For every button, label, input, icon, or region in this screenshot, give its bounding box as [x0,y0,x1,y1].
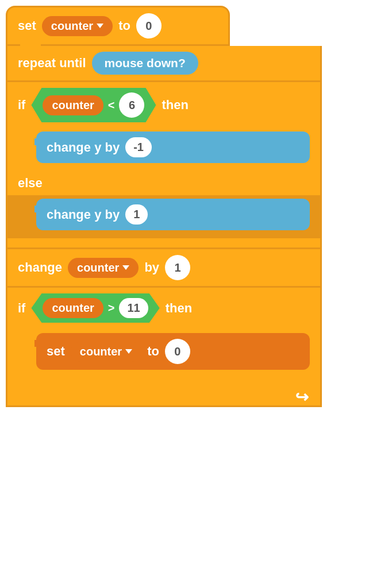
then2-label: then [166,301,192,316]
inner-if2-section: set counter to 0 [7,328,320,374]
value-11[interactable]: 11 [119,298,148,318]
set-inner-label: set [47,344,65,359]
dropdown-arrow-inner-icon[interactable] [125,349,132,354]
to-label: to [118,18,130,33]
variable-counter-cond1[interactable]: counter [43,95,103,115]
loop-arrow-icon: ↩ [295,388,309,407]
value-by-1[interactable]: 1 [165,255,190,280]
section-divider2 [7,379,320,388]
gap1 [7,167,320,171]
block-set-counter-inner[interactable]: set counter to 0 [36,333,310,370]
condition-counter-gt-11[interactable]: counter > 11 [31,293,159,323]
gap2 [7,234,320,238]
value-6[interactable]: 6 [119,92,144,118]
dropdown-arrow-icon[interactable] [97,24,103,28]
block-change-y-neg[interactable]: change y by -1 [36,131,310,163]
change-y-neg-label: change y by [47,140,120,155]
variable-counter-change[interactable]: counter [68,258,139,278]
then1-label: then [162,98,188,113]
change-label: change [18,260,62,275]
change-y-pos-label: change y by [47,207,120,222]
block-else-row: else [7,171,320,195]
outer-wrapper: if counter < 6 then change y by -1 [6,82,322,407]
value-pos1[interactable]: 1 [125,204,148,225]
variable-counter-cond2[interactable]: counter [43,298,103,318]
section-divider1 [7,238,320,247]
inner-else-section: change y by 1 [7,195,320,234]
operator-gt: > [108,301,115,315]
scratch-blocks: set counter to 0 repeat until mouse down… [6,6,322,407]
block-if2-row: if counter > 11 then [7,286,320,328]
set-label: set [18,18,36,33]
if1-label: if [18,98,25,113]
dropdown-arrow-change-icon[interactable] [122,265,129,270]
else-label: else [18,176,43,191]
condition-counter-lt-6[interactable]: counter < 6 [31,88,156,122]
variable-counter-inner[interactable]: counter [71,342,141,362]
repeat-until-label: repeat until [18,56,86,71]
variable-name: counter [51,20,93,33]
gap3 [7,374,320,379]
block-change-y-pos[interactable]: change y by 1 [36,199,310,230]
operator-lt: < [108,99,115,112]
value-zero-top[interactable]: 0 [136,13,162,38]
if2-label: if [18,301,25,316]
value-neg1[interactable]: -1 [125,137,152,157]
block-if1-row: if counter < 6 then [7,82,320,128]
variable-counter-top[interactable]: counter [42,16,113,36]
value-zero-inner[interactable]: 0 [165,339,190,364]
to-inner-label: to [147,344,159,359]
mouse-down-condition[interactable]: mouse down? [92,52,198,75]
block-change-counter-row: change counter by 1 [7,247,320,286]
block-set-counter-top[interactable]: set counter to 0 [6,6,230,46]
block-repeat-until[interactable]: repeat until mouse down? [6,46,322,82]
by-label: by [144,260,159,275]
inner-then-section: change y by -1 [7,128,320,167]
block-bottom-cap: ↩ [7,388,320,405]
